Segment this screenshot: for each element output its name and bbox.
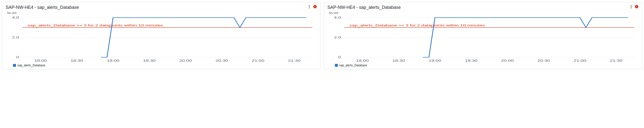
legend-swatch-icon xyxy=(13,64,16,67)
svg-text:21:30: 21:30 xyxy=(288,59,300,63)
chart-legend: sap_alerts_Database xyxy=(328,64,638,67)
svg-text:0: 0 xyxy=(338,56,341,59)
svg-text:19:30: 19:30 xyxy=(143,59,156,63)
legend-swatch-icon xyxy=(335,64,338,67)
svg-text:sap_alerts_Database >= 3 for 2: sap_alerts_Database >= 3 for 2 datapoint… xyxy=(349,24,485,27)
svg-text:19:00: 19:00 xyxy=(107,59,119,63)
svg-text:18:30: 18:30 xyxy=(70,59,83,63)
legend-label: sap_alerts_Database xyxy=(18,64,45,67)
chart-plot: 02.04.018:0018:3019:0019:3020:0020:3021:… xyxy=(6,16,317,63)
svg-text:4.0: 4.0 xyxy=(334,16,341,19)
svg-text:21:00: 21:00 xyxy=(574,59,586,63)
svg-text:21:00: 21:00 xyxy=(252,59,264,63)
unit-label: No unit xyxy=(7,11,317,15)
chart-svg: 02.04.018:0018:3019:0019:3020:0020:3021:… xyxy=(6,16,317,63)
svg-text:18:00: 18:00 xyxy=(34,59,47,63)
svg-text:19:00: 19:00 xyxy=(428,59,441,63)
svg-text:18:30: 18:30 xyxy=(392,59,405,63)
chart-svg: 02.04.018:0018:3019:0019:3020:0020:3021:… xyxy=(328,16,638,63)
svg-text:20:30: 20:30 xyxy=(216,59,228,63)
kebab-menu-icon[interactable] xyxy=(308,5,311,8)
panel-header: SAP-NW-HE4 - sap_alerts_Database ! xyxy=(6,5,317,10)
svg-text:20:00: 20:00 xyxy=(179,59,192,63)
alarm-status-icon[interactable]: ! xyxy=(635,5,638,8)
panel-header: SAP-NW-HE4 - sap_alerts_Database ! xyxy=(328,5,638,10)
chart-legend: sap_alerts_Database xyxy=(6,64,317,67)
svg-text:19:30: 19:30 xyxy=(465,59,477,63)
svg-text:0: 0 xyxy=(16,56,19,59)
alarm-status-icon[interactable]: ! xyxy=(313,5,317,8)
svg-text:2.0: 2.0 xyxy=(12,36,19,39)
panel-actions: ! xyxy=(629,5,638,8)
svg-text:18:00: 18:00 xyxy=(356,59,368,63)
panel-title: SAP-NW-HE4 - sap_alerts_Database xyxy=(6,5,79,10)
svg-text:20:30: 20:30 xyxy=(537,59,550,63)
svg-text:2.0: 2.0 xyxy=(334,36,341,39)
svg-text:20:00: 20:00 xyxy=(501,59,514,63)
chart-plot: 02.04.018:0018:3019:0019:3020:0020:3021:… xyxy=(328,16,638,63)
chart-panel: SAP-NW-HE4 - sap_alerts_Database ! No un… xyxy=(2,2,320,69)
svg-text:4.0: 4.0 xyxy=(12,16,19,19)
chart-panel: SAP-NW-HE4 - sap_alerts_Database ! No un… xyxy=(324,2,642,69)
panel-actions: ! xyxy=(308,5,317,8)
kebab-menu-icon[interactable] xyxy=(629,5,633,8)
legend-label: sap_alerts_Database xyxy=(339,64,367,67)
svg-text:sap_alerts_Database >= 3 for 2: sap_alerts_Database >= 3 for 2 datapoint… xyxy=(28,24,163,27)
panel-title: SAP-NW-HE4 - sap_alerts_Database xyxy=(328,5,401,10)
unit-label: No unit xyxy=(329,11,638,15)
svg-text:21:30: 21:30 xyxy=(610,59,622,63)
